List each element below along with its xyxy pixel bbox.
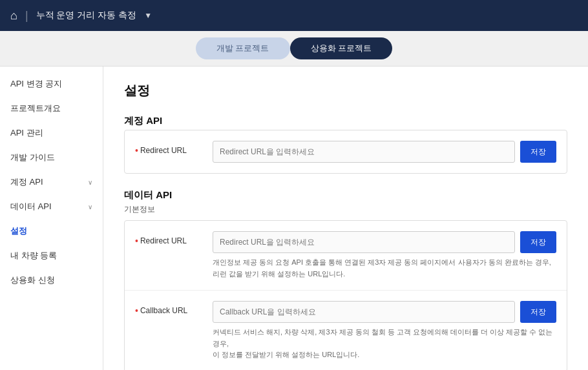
sidebar-label-data-api: 데이터 API — [10, 201, 52, 212]
account-redirect-url-control: 저장 — [213, 141, 556, 163]
sidebar-item-data-api[interactable]: 데이터 API ∨ — [0, 194, 103, 219]
data-api-card: • Redirect URL 저장 개인정보 제공 동의 요청 API 호출을 … — [124, 220, 567, 370]
callback-url-input[interactable] — [213, 301, 515, 323]
callback-url-save-button[interactable]: 저장 — [520, 301, 556, 323]
main-content: 설정 계정 API • Redirect URL 저장 데이터 API 기본정보 — [103, 67, 588, 370]
data-redirect-url-control: 저장 개인정보 제공 동의 요청 API 호출을 통해 연결된 제3자 제공 동… — [213, 231, 556, 280]
header-dropdown-arrow[interactable]: ▼ — [144, 11, 152, 20]
data-api-section-title: 데이터 API — [124, 189, 567, 201]
data-redirect-url-save-button[interactable]: 저장 — [520, 231, 556, 253]
sidebar-label-my-vehicle: 내 차량 등록 — [10, 250, 57, 262]
account-api-card: • Redirect URL 저장 — [124, 130, 567, 174]
header-title: 누적 운영 거리 자동 측정 — [36, 10, 137, 21]
page-title: 설정 — [124, 82, 567, 99]
data-redirect-url-input-row: 저장 — [213, 231, 556, 253]
app-header: ⌂ | 누적 운영 거리 자동 측정 ▼ — [0, 0, 588, 31]
tab-prod-project[interactable]: 상용화 프로젝트 — [290, 37, 393, 59]
data-api-callback-url-row: • Callback URL 저장 커넥티드 서비스 해지, 차량 삭제, 제3… — [125, 291, 567, 370]
required-indicator: • — [135, 236, 138, 245]
account-redirect-url-input-row: 저장 — [213, 141, 556, 163]
account-api-redirect-url-row: • Redirect URL 저장 — [125, 130, 567, 173]
callback-url-label: • Callback URL — [135, 301, 213, 315]
account-redirect-url-label: • Redirect URL — [135, 141, 213, 155]
account-api-section-title: 계정 API — [124, 115, 567, 127]
data-redirect-url-input[interactable] — [213, 231, 515, 253]
sidebar-item-my-vehicle[interactable]: 내 차량 등록 — [0, 243, 103, 268]
required-indicator: • — [135, 306, 138, 315]
required-indicator: • — [135, 146, 138, 155]
sidebar-label-commercialization: 상용화 신청 — [10, 274, 55, 286]
callback-url-description: 커넥티드 서비스 해지, 차량 삭제, 제3자 제공 동의 철회 등 고객 요청… — [213, 327, 556, 361]
home-icon[interactable]: ⌂ — [10, 9, 17, 23]
data-api-redirect-url-row: • Redirect URL 저장 개인정보 제공 동의 요청 API 호출을 … — [125, 221, 567, 291]
sidebar-label-dev-guide: 개발 가이드 — [10, 152, 55, 163]
sidebar-label-account-api: 계정 API — [10, 176, 43, 188]
sidebar-item-api-management[interactable]: API 관리 — [0, 121, 103, 145]
account-redirect-url-save-button[interactable]: 저장 — [520, 141, 556, 163]
callback-url-control: 저장 커넥티드 서비스 해지, 차량 삭제, 제3자 제공 동의 철회 등 고객… — [213, 301, 556, 361]
main-layout: API 변경 공지 프로젝트개요 API 관리 개발 가이드 계정 API ∨ … — [0, 67, 588, 370]
sidebar-label-project-overview: 프로젝트개요 — [10, 103, 61, 114]
sidebar-item-commercialization[interactable]: 상용화 신청 — [0, 268, 103, 293]
tab-bar: 개발 프로젝트 상용화 프로젝트 — [0, 31, 588, 67]
sidebar-label-api-management: API 관리 — [10, 127, 43, 139]
header-divider: | — [25, 9, 28, 23]
data-redirect-url-description: 개인정보 제공 동의 요청 API 호출을 통해 연결된 제3자 제공 동의 페… — [213, 257, 556, 280]
sidebar-item-dev-guide[interactable]: 개발 가이드 — [0, 145, 103, 170]
sidebar: API 변경 공지 프로젝트개요 API 관리 개발 가이드 계정 API ∨ … — [0, 67, 103, 370]
sidebar-label-api-notice: API 변경 공지 — [10, 78, 62, 90]
sidebar-label-settings: 설정 — [10, 225, 27, 237]
chevron-icon: ∨ — [88, 179, 92, 186]
callback-url-input-row: 저장 — [213, 301, 556, 323]
sidebar-item-settings[interactable]: 설정 — [0, 219, 103, 243]
sidebar-item-project-overview[interactable]: 프로젝트개요 — [0, 96, 103, 121]
account-redirect-url-input[interactable] — [213, 141, 515, 163]
tab-dev-project[interactable]: 개발 프로젝트 — [196, 37, 290, 59]
chevron-icon: ∨ — [88, 203, 92, 211]
data-redirect-url-label: • Redirect URL — [135, 231, 213, 245]
basic-info-label: 기본정보 — [124, 204, 567, 215]
sidebar-item-api-notice[interactable]: API 변경 공지 — [0, 72, 103, 96]
sidebar-item-account-api[interactable]: 계정 API ∨ — [0, 170, 103, 194]
